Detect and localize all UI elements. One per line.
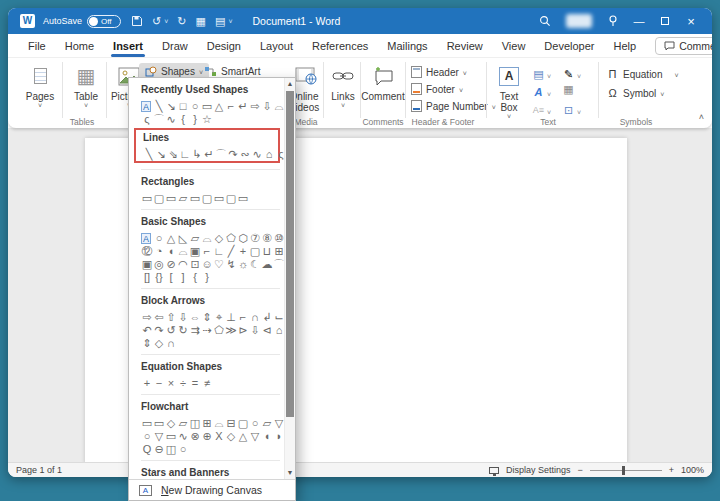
tab-draw[interactable]: Draw (162, 40, 188, 52)
tab-home[interactable]: Home (65, 40, 94, 52)
shape-icon[interactable]: ς (275, 148, 284, 161)
shape-icon[interactable]: ◫ (165, 443, 177, 456)
shape-icon[interactable]: ▭ (189, 192, 201, 205)
shape-icon[interactable]: ∾ (239, 148, 251, 161)
shape-icon[interactable]: ⇩ (261, 100, 273, 113)
table-button[interactable]: ▦ Table ˅ (64, 63, 108, 110)
shape-icon[interactable]: X (213, 430, 225, 443)
header-button[interactable]: Header (411, 64, 467, 80)
collapse-ribbon-icon[interactable]: ˄ (699, 112, 704, 122)
symbol-button[interactable]: Ω Symbol (606, 85, 664, 101)
pages-button[interactable]: Pages ˅ (18, 63, 62, 110)
wordart-button[interactable]: A (532, 83, 551, 101)
shape-icon[interactable]: ↵ (203, 148, 215, 161)
shape-icon[interactable]: ∿ (251, 148, 263, 161)
shape-icon[interactable]: × (165, 377, 177, 390)
shape-icon[interactable]: ⇉ (189, 324, 201, 337)
shape-icon[interactable]: Q (141, 443, 153, 456)
shape-icon[interactable]: ⊲ (261, 324, 273, 337)
tab-layout[interactable]: Layout (260, 40, 293, 52)
autosave-toggle[interactable]: Off (87, 15, 121, 28)
shape-icon[interactable]: ≠ (201, 377, 213, 390)
shape-icon[interactable]: ⇨ (249, 100, 261, 113)
text-box-button[interactable]: A Text Box ˅ (489, 63, 529, 121)
shape-icon[interactable]: ⌐ (225, 100, 237, 113)
shape-icon[interactable]: ⊗ (189, 430, 201, 443)
undo-icon[interactable]: ↺ (152, 16, 161, 27)
tab-file[interactable]: File (28, 40, 46, 52)
shape-icon[interactable]: ⌒ (215, 148, 227, 161)
shape-icon[interactable]: [] (141, 271, 153, 284)
shape-icon[interactable]: ↳ (191, 148, 203, 161)
shape-icon[interactable]: ▢ (225, 192, 237, 205)
shape-icon[interactable]: ▭ (165, 192, 177, 205)
shape-icon[interactable]: } (189, 113, 201, 126)
shape-icon[interactable]: ≫ (225, 324, 237, 337)
shape-icon[interactable]: ▭ (141, 192, 153, 205)
comment-button[interactable]: Comment (361, 63, 405, 102)
shape-icon[interactable]: ◖ (261, 430, 273, 443)
shape-icon[interactable]: ⊖ (153, 443, 165, 456)
document-qat-icon[interactable]: ▤ (215, 16, 225, 27)
equation-button[interactable]: Π Equation (606, 66, 679, 82)
search-icon[interactable] (532, 8, 558, 34)
shape-icon[interactable]: ⌒ (273, 258, 284, 271)
shape-icon[interactable]: ▢ (201, 192, 213, 205)
page-indicator[interactable]: Page 1 of 1 (16, 465, 62, 475)
tab-developer[interactable]: Developer (544, 40, 594, 52)
shape-icon[interactable]: △ (213, 100, 225, 113)
shape-icon[interactable]: ⇩ (249, 324, 261, 337)
scroll-down-icon[interactable]: ▼ (285, 467, 295, 479)
shape-icon[interactable]: ↻ (177, 324, 189, 337)
shape-icon[interactable]: ▢ (153, 192, 165, 205)
tab-view[interactable]: View (502, 40, 526, 52)
shape-icon[interactable]: ⌂ (273, 324, 284, 337)
tab-mailings[interactable]: Mailings (387, 40, 427, 52)
avatar[interactable] (566, 14, 592, 28)
shape-icon[interactable]: ↘ (155, 148, 167, 161)
shape-icon[interactable]: ↯ (225, 258, 237, 271)
shape-icon[interactable]: ς (141, 113, 153, 126)
shape-icon[interactable]: ⇘ (167, 148, 179, 161)
shape-icon[interactable]: ⇢ (201, 324, 213, 337)
shape-icon[interactable]: ⊳ (237, 324, 249, 337)
shape-icon[interactable]: ⬠ (213, 324, 225, 337)
table-qat-icon[interactable]: ▦ (196, 16, 206, 27)
menu-scrollbar[interactable]: ▲ ▼ (284, 78, 295, 479)
save-icon[interactable] (131, 15, 143, 27)
shape-icon[interactable]: {} (153, 271, 165, 284)
tab-references[interactable]: References (312, 40, 368, 52)
page-number-button[interactable]: Page Number (411, 98, 496, 114)
shape-icon[interactable]: ↵ (237, 100, 249, 113)
shape-icon[interactable]: ∿ (165, 113, 177, 126)
shape-icon[interactable]: ▽ (249, 430, 261, 443)
shape-icon[interactable]: ⌂ (263, 148, 275, 161)
shape-icon[interactable]: ◇ (153, 337, 165, 350)
undo-chevron-icon[interactable]: ˅ (164, 18, 168, 25)
zoom-in-button[interactable]: + (669, 465, 674, 475)
shape-icon[interactable]: { (189, 271, 201, 284)
shape-icon[interactable]: ÷ (177, 377, 189, 390)
zoom-out-button[interactable]: − (577, 465, 582, 475)
shape-icon[interactable]: ▭ (213, 192, 225, 205)
new-drawing-canvas-item[interactable]: A New Drawing Canvas (129, 479, 295, 500)
zoom-level[interactable]: 100% (681, 465, 704, 475)
shape-icon[interactable]: ▭ (237, 192, 249, 205)
footer-button[interactable]: Footer (411, 81, 463, 97)
signature-line-button[interactable]: ✎ (562, 65, 581, 83)
maximize-button[interactable] (652, 8, 678, 34)
shape-icon[interactable]: ∩ (165, 337, 177, 350)
qat-overflow-icon[interactable]: ˅ (228, 18, 232, 25)
close-button[interactable]: × (678, 8, 704, 34)
zoom-slider-thumb[interactable] (622, 466, 625, 475)
shape-icon[interactable]: △ (237, 430, 249, 443)
links-button[interactable]: Links ˅ (321, 63, 365, 110)
shape-icon[interactable]: − (153, 377, 165, 390)
scroll-up-icon[interactable]: ▲ (285, 78, 295, 90)
shape-icon[interactable]: ▱ (177, 192, 189, 205)
shape-icon[interactable]: ◗ (273, 430, 284, 443)
shape-icon[interactable]: ⌓ (273, 100, 284, 113)
pin-icon[interactable] (600, 8, 626, 34)
redo-icon[interactable]: ↻ (177, 16, 186, 27)
shape-icon[interactable]: { (177, 113, 189, 126)
